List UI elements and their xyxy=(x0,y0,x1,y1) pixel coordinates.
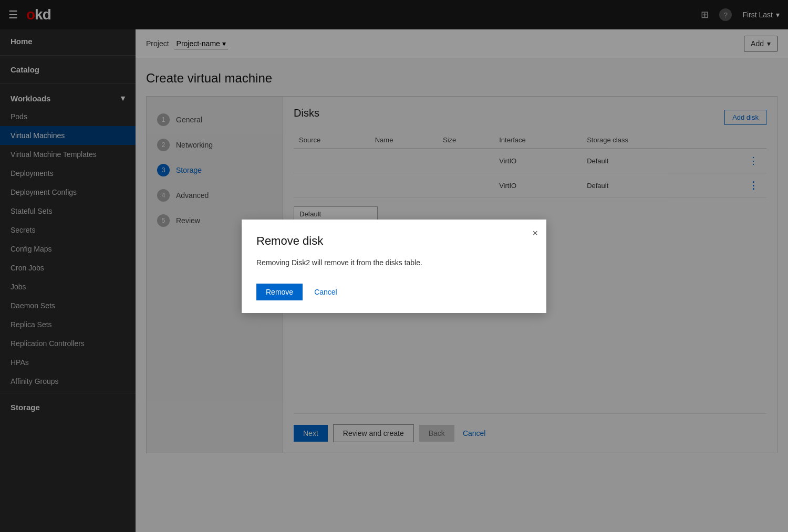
modal-title: Remove disk xyxy=(256,234,532,248)
modal-remove-button[interactable]: Remove xyxy=(256,284,303,300)
modal-body: Removing Disk2 will remove it from the d… xyxy=(256,258,532,267)
modal-overlay: Remove disk × Removing Disk2 will remove… xyxy=(0,0,788,532)
remove-disk-modal: Remove disk × Removing Disk2 will remove… xyxy=(242,220,546,313)
modal-close-button[interactable]: × xyxy=(532,228,538,239)
modal-footer: Remove Cancel xyxy=(256,284,532,300)
modal-cancel-button[interactable]: Cancel xyxy=(311,284,340,300)
